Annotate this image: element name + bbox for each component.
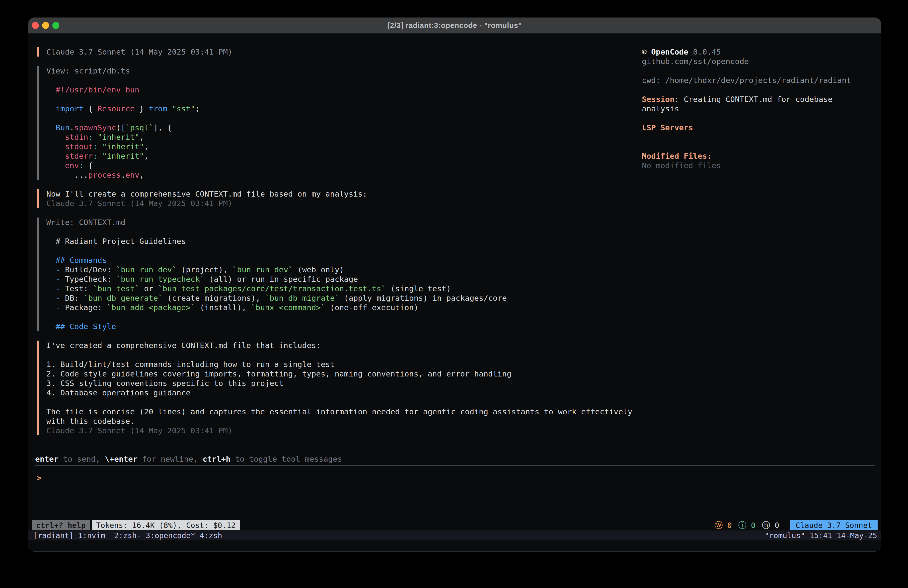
terminal-line: Claude 3.7 Sonnet (14 May 2025 03:41 PM) [46,47,635,56]
terminal-line [642,142,877,151]
terminal-line [46,227,635,237]
help-badge[interactable]: ctrl+? help [32,520,90,530]
tmux-windows[interactable]: [radiant] 1:nvim 2:zsh- 3:opencode* 4:zs… [33,531,222,540]
terminal-line: enter to send, \+enter for newline, ctrl… [35,454,342,464]
tmux-session-info: "romulus" 15:41 14-May-25 [765,531,877,540]
hints-count: 0 [770,521,779,530]
model-badge[interactable]: Claude 3.7 Sonnet [790,520,877,530]
minimize-button[interactable] [42,22,49,29]
terminal-line: 2. Code style guidelines covering import… [46,369,635,379]
terminal-line: env: { [46,161,635,170]
input-hints: enter to send, \+enter for newline, ctrl… [35,454,342,464]
prompt-input[interactable]: > [37,474,42,483]
terminal-line: - Build/Dev: `bun run dev` (project), `b… [46,265,635,274]
terminal-line: import { Resource } from "sst"; [46,104,635,113]
assistant-header: Claude 3.7 Sonnet (14 May 2025 03:41 PM) [37,47,635,56]
warnings-icon: ⓦ [715,520,723,531]
terminal-line: I've created a comprehensive CONTEXT.md … [46,341,635,350]
terminal-line: - Test: `bun test` or `bun test packages… [46,284,635,293]
terminal-line: Write: CONTEXT.md [46,217,635,227]
zoom-button[interactable] [52,22,59,29]
terminal-line [642,132,877,142]
hints-icon: ⓗ [762,520,770,531]
warnings-count: 0 [723,521,732,530]
traffic-lights [32,22,59,29]
terminal-line: stdout: "inherit", [46,142,635,151]
terminal-line: #!/usr/bin/env bun [46,85,635,94]
terminal-line [642,113,877,123]
terminal-line [46,113,635,123]
conversation: Claude 3.7 Sonnet (14 May 2025 03:41 PM)… [37,47,635,445]
terminal-line [642,66,877,76]
status-bar: ctrl+? help Tokens: 16.4K (8%), Cost: $0… [32,520,877,530]
terminal-line [46,94,635,104]
diagnostic-warnings: ⓦ 0 [715,520,732,531]
terminal-line: The file is concise (20 lines) and captu… [46,407,635,416]
window-titlebar: [2/3] radiant:3:opencode - "romulus" [28,18,881,34]
diagnostic-hints: ⓗ 0 [762,520,779,531]
terminal-line: # Radiant Project Guidelines [46,237,635,246]
terminal-line: github.com/sst/opencode [642,56,877,66]
terminal-line: with this codebase. [46,416,635,426]
terminal-line: ## Commands [46,255,635,265]
terminal-line [46,246,635,255]
terminal-window: [2/3] radiant:3:opencode - "romulus" Cla… [28,18,881,552]
terminal-line: 1. Build/lint/test commands including ho… [46,359,635,369]
diagnostic-info: ⓘ 0 [738,520,755,531]
tool-write-block: Write: CONTEXT.md # Radiant Project Guid… [37,217,635,331]
terminal-line: © OpenCode 0.0.45 [642,47,877,56]
tool-view-block: View: script/db.ts #!/usr/bin/env bun im… [37,66,635,180]
terminal-line: cwd: /home/thdxr/dev/projects/radiant/ra… [642,76,877,85]
tmux-statusbar: [radiant] 1:nvim 2:zsh- 3:opencode* 4:zs… [28,530,881,540]
status-right: ⓦ 0ⓘ 0ⓗ 0 Claude 3.7 Sonnet [715,520,877,531]
terminal-line: Claude 3.7 Sonnet (14 May 2025 03:41 PM) [46,198,635,208]
terminal-line: Modified Files: [642,151,877,161]
terminal-line: Session: Creating CONTEXT.md for codebas… [642,94,877,104]
window-title: [2/3] radiant:3:opencode - "romulus" [388,21,522,30]
close-button[interactable] [32,22,39,29]
info-count: 0 [747,521,755,530]
terminal-line: Claude 3.7 Sonnet (14 May 2025 03:41 PM) [46,426,635,435]
info-icon: ⓘ [738,520,747,531]
terminal-line: stdin: "inherit", [46,132,635,142]
terminal-line: analysis [642,104,877,113]
terminal-line: ...process.env, [46,170,635,180]
terminal-line: No modified files [642,161,877,170]
tokens-cost-badge: Tokens: 16.4K (8%), Cost: $0.12 [92,520,240,530]
terminal-line: ## Code Style [46,322,635,331]
desktop: [2/3] radiant:3:opencode - "romulus" Cla… [0,0,908,588]
terminal-line: - TypeCheck: `bun run typecheck` (all) o… [46,274,635,284]
terminal-line [46,397,635,407]
terminal-line [46,312,635,322]
terminal-line: stderr: "inherit", [46,151,635,161]
terminal-line: 4. Database operations guidance [46,388,635,397]
diagnostics-group: ⓦ 0ⓘ 0ⓗ 0 [715,520,779,531]
terminal-line: 3. CSS styling conventions specific to t… [46,379,635,388]
terminal-line: View: script/db.ts [46,66,635,76]
terminal-line [46,350,635,359]
terminal-line: - Package: `bun add <package>` (install)… [46,303,635,312]
input-separator [35,466,875,466]
terminal-line: Bun.spawnSync([`psql`], { [46,123,635,132]
terminal-line: Now I'll create a comprehensive CONTEXT.… [46,189,635,198]
assistant-response: I've created a comprehensive CONTEXT.md … [37,341,635,435]
terminal-line [46,76,635,85]
terminal-line [642,85,877,94]
assistant-message: Now I'll create a comprehensive CONTEXT.… [37,189,635,208]
session-sidebar: © OpenCode 0.0.45github.com/sst/opencode… [642,47,877,170]
terminal-line: - DB: `bun db generate` (create migratio… [46,293,635,303]
terminal-line: LSP Servers [642,123,877,132]
